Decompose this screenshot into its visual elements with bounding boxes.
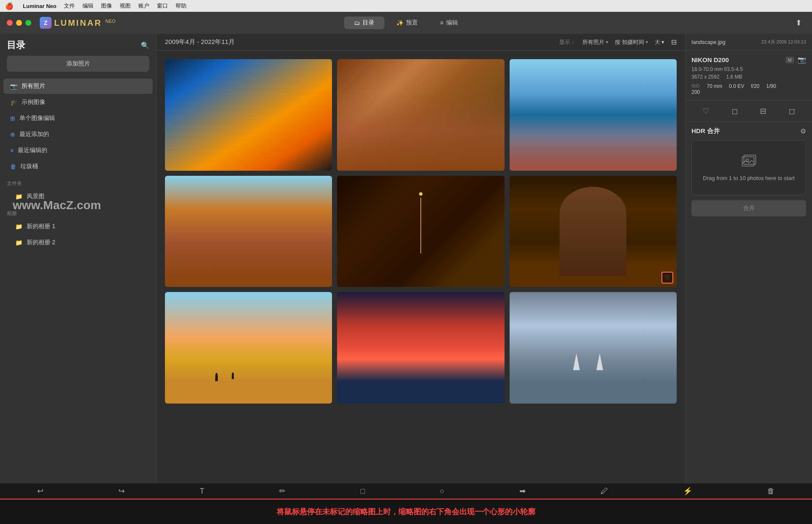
sidebar-header: 目录 🔍 — [0, 39, 156, 56]
delete-annotation-button[interactable]: 🗑 — [764, 485, 778, 497]
tab-edit[interactable]: ≡ 编辑 — [430, 16, 468, 29]
display-filter[interactable]: 所有照片 ▾ — [582, 38, 608, 46]
size-button[interactable]: 大 ▾ — [655, 38, 664, 46]
presets-tab-icon: ✨ — [396, 19, 403, 26]
sidebar-item-single-edit[interactable]: ⊞ 单个图像编辑 — [3, 111, 153, 126]
single-edit-label: 单个图像编辑 — [19, 115, 55, 122]
minimize-button[interactable] — [16, 20, 22, 26]
titlebar: Z LUMINAR NEO 🗂 目录 ✨ 预置 ≡ 编辑 ⬆ — [0, 12, 812, 34]
sample-images-icon: 🎓 — [10, 99, 17, 106]
annotation-text: 将鼠标悬停在未标记的缩略图上时，缩略图的右下角会出现一个心形的小轮廓 — [277, 507, 535, 517]
camera-icon[interactable]: 📷 — [798, 56, 806, 64]
sidebar-item-sample-images[interactable]: 🎓 示例图像 — [3, 95, 153, 110]
album-1-icon: 📁 — [15, 223, 22, 230]
redo-button[interactable]: ↪ — [115, 485, 128, 497]
photo-overlay — [337, 93, 504, 170]
photo-thumbnail[interactable] — [337, 176, 504, 287]
sidebar: 目录 🔍 添加照片 📷 所有照片 🎓 示例图像 ⊞ 单个图像编辑 ⊕ 最近添加的… — [0, 34, 156, 524]
album-2-label: 新的相册 2 — [27, 239, 55, 246]
layout-button[interactable]: ⊟ — [671, 38, 677, 46]
sidebar-item-all-photos[interactable]: 📷 所有照片 — [3, 79, 153, 94]
photo-thumbnail[interactable] — [165, 292, 332, 404]
photo-thumbnail[interactable] — [510, 59, 677, 171]
hdr-drop-zone[interactable]: Drag from 1 to 10 photos here to start — [691, 140, 806, 195]
sidebar-item-landscape-folder[interactable]: 📁 风景图 — [3, 189, 153, 204]
apple-menu[interactable]: 🍎 — [5, 2, 14, 10]
annotation-bar: 将鼠标悬停在未标记的缩略图上时，缩略图的右下角会出现一个心形的小轮廓 — [0, 499, 812, 524]
size-chevron: ▾ — [661, 39, 664, 45]
tab-catalog[interactable]: 🗂 目录 — [344, 16, 384, 29]
sidebar-item-recently-added[interactable]: ⊕ 最近添加的 — [3, 127, 153, 142]
menu-image[interactable]: 图像 — [101, 2, 112, 10]
iso-label: ISO — [691, 83, 700, 88]
camera-row: NIKON D200 M 📷 — [691, 56, 806, 64]
right-panel: landscape.jpg 23 4月 2009 12:03:13 NIKON … — [685, 34, 812, 524]
shutter-value: 1/90 — [766, 83, 776, 89]
stack-action-button[interactable]: ⊟ — [757, 105, 770, 117]
main-layout: 目录 🔍 添加照片 📷 所有照片 🎓 示例图像 ⊞ 单个图像编辑 ⊕ 最近添加的… — [0, 34, 812, 524]
lamp-light — [419, 192, 422, 196]
svg-point-2 — [746, 159, 749, 161]
menu-account[interactable]: 账户 — [138, 2, 149, 10]
hdr-drop-text: Drag from 1 to 10 photos here to start — [703, 174, 795, 183]
photo-thumbnail[interactable] — [337, 292, 504, 404]
photo-thumbnail[interactable] — [510, 292, 677, 404]
merge-button[interactable]: 合并 — [691, 200, 806, 216]
share-button[interactable]: ⬆ — [792, 16, 805, 29]
exif-aperture: f/20 — [751, 83, 760, 95]
maximize-button[interactable] — [25, 20, 31, 26]
albums-section-label: 相册 — [0, 205, 156, 219]
search-icon[interactable]: 🔍 — [141, 41, 149, 49]
menu-window[interactable]: 窗口 — [157, 2, 168, 10]
presets-tab-label: 预置 — [406, 19, 418, 27]
exif-ev: 0.0 EV — [729, 83, 744, 95]
text-tool-button[interactable]: T — [196, 485, 208, 497]
iso-value: 200 — [691, 89, 700, 95]
arrow-tool-button[interactable]: ➡ — [516, 485, 529, 497]
photo-image — [165, 176, 332, 287]
menu-file[interactable]: 文件 — [64, 2, 75, 10]
content-area: 2009年4月 - 2022年11月 显示： 所有照片 ▾ 按 拍摄时间 ▾ 大… — [156, 34, 685, 524]
dims-row: 3672 x 2592 1.6 MB — [691, 74, 806, 80]
photo-thumbnail[interactable] — [165, 176, 332, 287]
add-photos-button[interactable]: 添加照片 — [7, 56, 149, 72]
photo-dimensions: 3672 x 2592 — [691, 74, 719, 80]
recently-edited-icon: ≡ — [10, 147, 14, 154]
sidebar-item-trash[interactable]: 🗑 垃圾桶 — [3, 159, 153, 174]
circle-tool-button[interactable]: ○ — [436, 485, 448, 497]
hdr-header: HDR 合并 ⚙ — [691, 127, 806, 135]
rect-tool-button[interactable]: □ — [357, 485, 368, 497]
panel-action-row: ♡ ◻ ⊟ ◻ — [686, 101, 812, 122]
album-1-label: 新的相册 1 — [27, 223, 55, 230]
pencil-tool-button[interactable]: ✏ — [276, 485, 289, 497]
sidebar-title: 目录 — [7, 39, 25, 52]
sidebar-item-album-2[interactable]: 📁 新的相册 2 — [3, 235, 153, 250]
heart-action-button[interactable]: ♡ — [699, 105, 713, 117]
menu-help[interactable]: 帮助 — [176, 2, 187, 10]
person-silhouette2 — [232, 372, 234, 379]
menubar: 🍎 Luminar Neo 文件 编辑 图像 视图 账户 窗口 帮助 — [0, 0, 812, 12]
app-name[interactable]: Luminar Neo — [23, 3, 56, 9]
sidebar-item-recently-edited[interactable]: ≡ 最近编辑的 — [3, 143, 153, 158]
close-button[interactable] — [7, 20, 13, 26]
panel-datetime: 23 4月 2009 12:03:13 — [761, 39, 806, 45]
tab-presets[interactable]: ✨ 预置 — [386, 16, 428, 29]
all-photos-icon: 📷 — [10, 83, 17, 90]
photo-thumbnail[interactable]: ♡ — [510, 176, 677, 287]
undo-button[interactable]: ↩ — [34, 485, 47, 497]
menu-edit[interactable]: 编辑 — [82, 2, 93, 10]
pen-tool-button[interactable]: 🖊 — [597, 485, 612, 497]
photo-thumbnail[interactable] — [165, 59, 332, 171]
heart-button[interactable]: ♡ — [661, 272, 673, 284]
menu-view[interactable]: 视图 — [120, 2, 131, 10]
photo-image — [165, 59, 332, 171]
hdr-gear-icon[interactable]: ⚙ — [800, 127, 806, 135]
crop-action-button[interactable]: ◻ — [785, 105, 798, 117]
camera-badge: M — [785, 57, 794, 63]
copy-action-button[interactable]: ◻ — [728, 105, 741, 117]
photo-thumbnail[interactable] — [337, 59, 504, 171]
date-range: 2009年4月 - 2022年11月 — [165, 38, 235, 46]
highlight-button[interactable]: ⚡ — [680, 485, 696, 497]
sidebar-item-album-1[interactable]: 📁 新的相册 1 — [3, 219, 153, 234]
sort-filter[interactable]: 按 拍摄时间 ▾ — [615, 38, 648, 46]
